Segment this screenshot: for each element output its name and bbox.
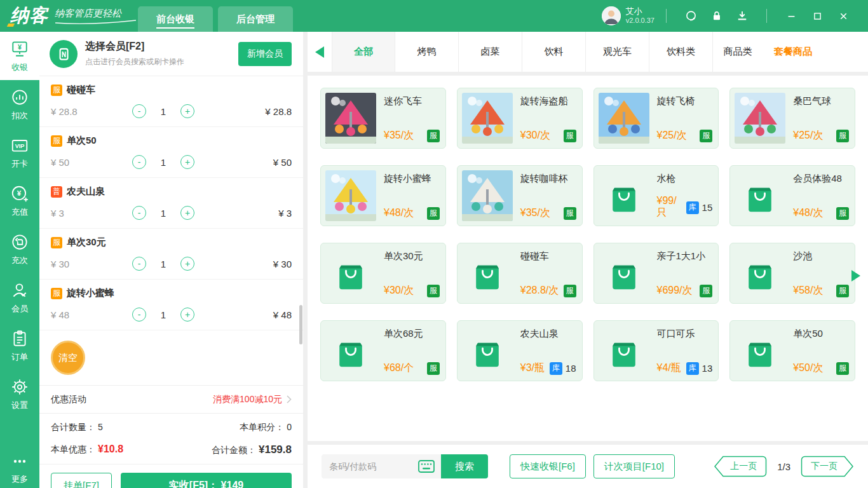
product-info: 亲子1大1小¥699/次服	[649, 248, 714, 299]
sidebar-item-more[interactable]: 更多	[0, 449, 39, 488]
minus-button[interactable]: -	[132, 257, 146, 271]
member-select-header[interactable]: 选择会员[F2] 点击进行会员搜索或刷卡操作 新增会员	[39, 32, 303, 76]
download-icon[interactable]	[736, 10, 749, 22]
sidebar-item-members[interactable]: 会员	[0, 273, 39, 322]
topbar-icons	[678, 10, 755, 23]
product-card[interactable]: 旋转小蜜蜂¥48/次服	[320, 165, 446, 226]
product-card[interactable]: 沙池¥58/次服	[729, 243, 855, 304]
sidebar-item-orders[interactable]: 订单	[0, 322, 39, 370]
category-tab-饮料[interactable]: 饮料	[522, 32, 586, 72]
sidebar-item-settings[interactable]: 设置	[0, 370, 39, 418]
svg-text:¥: ¥	[17, 188, 22, 196]
user-chip[interactable]: 艾小 v2.0.0.37	[602, 6, 654, 25]
hold-order-button[interactable]: 挂单[F7]	[51, 473, 112, 488]
product-card[interactable]: 单次68元¥68/个服	[320, 320, 446, 381]
maximize-icon[interactable]	[812, 11, 823, 22]
product-card[interactable]: 碰碰车¥28.8/次服	[457, 243, 583, 304]
search-button[interactable]: 搜索	[441, 454, 488, 478]
product-card[interactable]: 旋转飞椅¥25/次服	[593, 88, 719, 149]
product-card[interactable]: 迷你飞车¥35/次服	[320, 88, 446, 149]
category-tab-商品类[interactable]: 商品类	[713, 32, 763, 72]
category-tab-全部[interactable]: 全部	[332, 32, 395, 72]
product-card[interactable]: 旋转咖啡杯¥35/次服	[457, 165, 583, 226]
barcode-input[interactable]	[322, 454, 418, 478]
minus-button[interactable]: -	[132, 104, 146, 118]
cart-item-controls: ¥ 28.8-1+¥ 28.8	[51, 104, 292, 118]
sidebar-item-open-card[interactable]: VIP开卡	[0, 128, 39, 177]
sidebar-item-cashier[interactable]: ¥收银	[0, 32, 39, 80]
scrollbar-thumb[interactable]	[299, 305, 302, 344]
nav-tab-back-admin[interactable]: 后台管理	[218, 6, 293, 32]
pagination: 上一页 1/3 下一页	[714, 456, 854, 477]
prev-page-button[interactable]: 上一页	[714, 456, 767, 477]
product-bottom-row: ¥699/次服	[657, 284, 713, 297]
service-badge: 服	[427, 207, 440, 220]
category-tab-烤鸭[interactable]: 烤鸭	[395, 32, 459, 72]
topbar: 纳客 纳客管店更轻松 前台收银后台管理 艾小 v2.0.0.37	[0, 0, 868, 32]
product-card[interactable]: 会员体验48¥48/次服	[729, 165, 855, 226]
plus-button[interactable]: +	[180, 257, 194, 271]
sidebar-item-label: 充次	[11, 255, 28, 266]
product-card[interactable]: 农夫山泉¥3/瓶库18	[457, 320, 583, 381]
lock-icon[interactable]	[710, 10, 723, 22]
stock-count: 13	[702, 363, 713, 374]
cart-item-total: ¥ 28.8	[265, 106, 292, 117]
minimize-icon[interactable]	[786, 11, 797, 22]
plus-button[interactable]: +	[180, 104, 194, 118]
order-icon	[10, 329, 29, 348]
product-card[interactable]: 单次50¥50/次服	[729, 320, 855, 381]
product-card[interactable]: 可口可乐¥4/瓶库13	[593, 320, 719, 381]
minus-button[interactable]: -	[132, 308, 146, 322]
cart-item-qty: 1	[160, 106, 166, 117]
product-card[interactable]: 亲子1大1小¥699/次服	[593, 243, 719, 304]
support-icon[interactable]	[684, 10, 698, 23]
category-tab-卤菜[interactable]: 卤菜	[459, 32, 522, 72]
plus-button[interactable]: +	[180, 155, 194, 169]
clear-cart-button[interactable]: 清空	[51, 341, 85, 375]
add-member-button[interactable]: 新增会员	[238, 42, 292, 66]
clear-area: 清空	[39, 330, 303, 386]
product-name: 碰碰车	[520, 250, 576, 262]
count-item-button[interactable]: 计次项目[F10]	[593, 454, 675, 478]
product-price: ¥35/次	[384, 129, 414, 142]
product-photo	[462, 93, 513, 144]
cart-item: 服旋转小蜜蜂¥ 48-1+¥ 48	[39, 280, 303, 330]
charge-button[interactable]: 实收[F5]： ¥149	[121, 473, 292, 488]
product-card[interactable]: 桑巴气球¥25/次服	[729, 88, 855, 149]
product-card[interactable]: 单次30元¥30/次服	[320, 243, 446, 304]
member-icon	[10, 281, 29, 300]
keyboard-icon[interactable]	[418, 454, 441, 478]
product-card[interactable]: 水枪¥99/只库15	[593, 165, 719, 226]
product-name: 单次68元	[384, 328, 440, 340]
product-price: ¥28.8/次	[520, 284, 559, 297]
sidebar-item-deduct[interactable]: 扣次	[0, 80, 39, 128]
quick-cashier-button[interactable]: 快速收银[F6]	[510, 454, 586, 478]
promo-row[interactable]: 优惠活动 消费满100减10元	[39, 386, 303, 414]
stock-count: 18	[566, 363, 576, 374]
minus-button[interactable]: -	[132, 155, 146, 169]
category-tab-饮料类[interactable]: 饮料类	[649, 32, 713, 72]
cart-item-qty: 1	[160, 208, 166, 219]
service-badge: 服	[564, 130, 576, 142]
item-type-badge: 服	[51, 288, 62, 299]
product-grid: 迷你飞车¥35/次服旋转海盗船¥30/次服旋转飞椅¥25/次服桑巴气球¥25/次…	[308, 76, 868, 441]
product-bottom-row: ¥25/次服	[657, 129, 713, 142]
plus-button[interactable]: +	[180, 206, 194, 220]
product-card[interactable]: 旋转海盗船¥30/次服	[457, 88, 583, 149]
next-page-button[interactable]: 下一页	[801, 456, 854, 477]
plus-button[interactable]: +	[180, 308, 194, 322]
cart-panel: 选择会员[F2] 点击进行会员搜索或刷卡操作 新增会员 服碰碰车¥ 28.8-1…	[39, 32, 303, 488]
product-name: 农夫山泉	[520, 328, 576, 340]
category-scroll-right-button[interactable]	[844, 64, 868, 488]
nav-tab-front-cashier[interactable]: 前台收银	[138, 6, 213, 32]
product-name: 单次30元	[384, 250, 440, 262]
logo-accent	[7, 24, 15, 27]
close-icon[interactable]	[838, 11, 849, 22]
product-name: 单次50	[793, 328, 849, 340]
category-tab-套餐商品[interactable]: 套餐商品	[763, 32, 824, 72]
category-scroll-left-button[interactable]	[308, 32, 332, 72]
sidebar-item-recharge-times[interactable]: 充次	[0, 225, 39, 273]
category-tab-观光车[interactable]: 观光车	[586, 32, 649, 72]
minus-button[interactable]: -	[132, 206, 146, 220]
sidebar-item-recharge[interactable]: ¥充值	[0, 177, 39, 225]
